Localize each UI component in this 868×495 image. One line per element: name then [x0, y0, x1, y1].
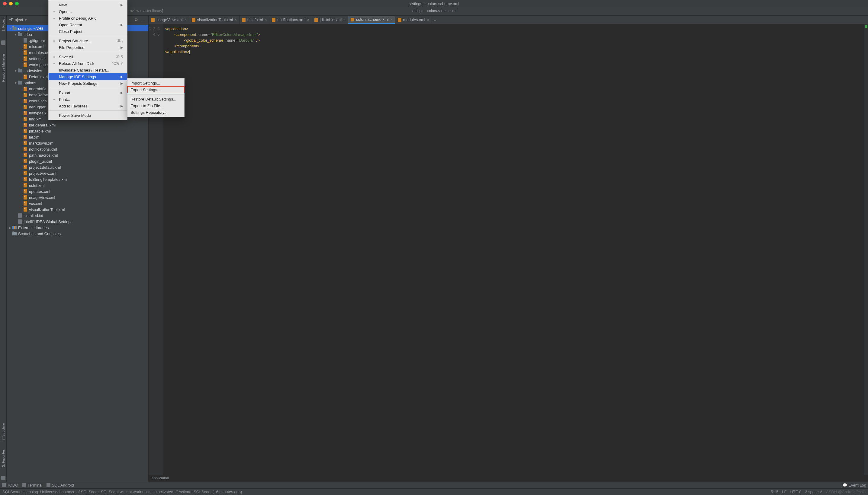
editor-code[interactable]: <application> <component name="EditorCol… [163, 24, 864, 475]
close-window-icon[interactable] [3, 2, 7, 5]
navigation-bar: aview-master.library] settings – colors.… [0, 7, 868, 16]
tree-node[interactable]: Scratches and Consoles [7, 231, 148, 237]
editor-tab[interactable]: usageView.xml× [149, 16, 189, 24]
close-tab-icon[interactable]: × [265, 18, 267, 22]
file-menu[interactable]: New▶▫Open...▫Profile or Debug APKOpen Re… [48, 0, 128, 120]
tree-node[interactable]: path.macros.xml [7, 152, 148, 158]
tree-node[interactable]: vcs.xml [7, 201, 148, 206]
build-variants-icon[interactable] [1, 476, 5, 480]
close-tab-icon[interactable]: × [390, 17, 393, 22]
close-tab-icon[interactable]: × [307, 18, 309, 22]
inspection-ok-icon [865, 25, 867, 28]
fullscreen-window-icon[interactable] [15, 2, 19, 5]
menu-item[interactable]: File Properties▶ [49, 44, 127, 51]
minimize-window-icon[interactable] [9, 2, 13, 5]
menu-item[interactable]: ▫Save All⌘ S [49, 53, 127, 60]
editor-tab[interactable]: visualizationTool.xml× [189, 16, 240, 24]
bottom-tool-strip: TODO Terminal SQL Android 💬 Event Log [0, 482, 868, 488]
line-separator[interactable]: LF [782, 490, 786, 494]
collapse-icon[interactable]: — [141, 17, 146, 22]
editor-breadcrumb[interactable]: application [149, 475, 868, 482]
tree-node[interactable]: ▶External Libraries [7, 225, 148, 231]
left-tool-strip: 1: Project Resource Manager 7: Structure… [0, 16, 7, 482]
editor-tab[interactable]: ui.lnf.xml× [239, 16, 269, 24]
bottom-tool-sql[interactable]: SQL Android [47, 483, 74, 488]
menu-item[interactable]: Invalidate Caches / Restart... [49, 67, 127, 73]
menu-item[interactable]: New▶ [49, 1, 127, 8]
menu-item[interactable]: ▫Reload All from Disk⌥⌘ Y [49, 60, 127, 67]
chevron-down-icon[interactable]: ▾ [25, 17, 27, 22]
menu-item[interactable]: Export to Zip File... [128, 102, 184, 109]
project-header-label: Project [11, 17, 23, 22]
tree-node[interactable]: project.default.xml [7, 164, 148, 170]
menu-item[interactable]: ▫Project Structure...⌘ ; [49, 37, 127, 44]
editor-tabs[interactable]: usageView.xml×visualizationTool.xml×ui.l… [149, 16, 868, 24]
menu-item[interactable]: New Projects Settings▶ [49, 80, 127, 87]
close-tab-icon[interactable]: × [184, 18, 186, 22]
breadcrumb-path: aview-master.library] [130, 9, 163, 13]
settings-icon[interactable]: ⚙ [134, 17, 139, 22]
tree-node[interactable]: toStringTemplates.xml [7, 176, 148, 182]
tool-project[interactable]: 1: Project [1, 17, 5, 31]
menu-item[interactable]: Import Settings... [128, 80, 184, 86]
menu-item[interactable]: Open Recent▶ [49, 21, 127, 28]
file-encoding[interactable]: UTF-8 [790, 490, 801, 494]
editor-tab[interactable]: notifications.xml× [269, 16, 312, 24]
menu-item[interactable]: Add to Favorites▶ [49, 103, 127, 109]
tree-node[interactable]: plugin_ui.xml [7, 158, 148, 164]
menu-item[interactable]: Power Save Mode [49, 112, 127, 119]
tree-node[interactable]: IntelliJ IDEA Global Settings [7, 219, 148, 225]
menu-item[interactable]: ▫Open... [49, 8, 127, 15]
menu-item[interactable]: Settings Repository... [128, 109, 184, 116]
bottom-tool-todo[interactable]: TODO [2, 483, 18, 488]
manage-ide-settings-submenu[interactable]: Import Settings...Export Settings...Rest… [127, 78, 185, 117]
status-bar: SQLScout Licensing: Unlicensed instance … [0, 488, 868, 495]
title-bar: settings – colors.scheme.xml [0, 0, 868, 7]
menu-item[interactable]: ▫Profile or Debug APK [49, 15, 127, 21]
close-tab-icon[interactable]: × [427, 18, 429, 22]
tree-node[interactable]: usageView.xml [7, 194, 148, 201]
tree-node[interactable]: visualizationTool.xml [7, 206, 148, 212]
status-message[interactable]: SQLScout Licensing: Unlicensed instance … [2, 490, 242, 494]
tree-node[interactable]: markdown.xml [7, 140, 148, 146]
indent-status[interactable]: 2 spaces* [805, 490, 822, 494]
menu-item[interactable]: Export Settings... [128, 86, 184, 93]
tree-node[interactable]: ui.lnf.xml [7, 182, 148, 188]
caret-position[interactable]: 5:15 [771, 490, 778, 494]
tabs-dropdown-icon[interactable]: ⌄ [432, 16, 438, 24]
editor-area: usageView.xml×visualizationTool.xml×ui.l… [149, 16, 868, 482]
editor-error-stripe [864, 24, 868, 475]
tree-node[interactable]: laf.xml [7, 134, 148, 140]
close-tab-icon[interactable]: × [235, 18, 237, 22]
menu-item[interactable]: Restore Default Settings... [128, 96, 184, 102]
close-tab-icon[interactable]: × [344, 18, 346, 22]
window-title: settings – colors.scheme.xml [409, 1, 460, 6]
tree-node[interactable]: jdk.table.xml [7, 128, 148, 134]
editor-tab[interactable]: colors.scheme.xml× [348, 16, 395, 24]
watermark: CSDN @AndroidOasis [826, 490, 866, 494]
editor-tab[interactable]: modules.xml× [395, 16, 432, 24]
menu-item[interactable]: Close Project [49, 28, 127, 35]
menu-item[interactable]: Export▶ [49, 89, 127, 96]
tool-resource-manager[interactable]: Resource Manager [1, 54, 5, 82]
navbar-tab-label[interactable]: settings – colors.scheme.xml [411, 9, 457, 13]
tree-node[interactable]: installed.txt [7, 212, 148, 219]
tool-structure[interactable]: 7: Structure [1, 423, 5, 440]
bottom-tool-terminal[interactable]: Terminal [22, 483, 42, 488]
tool-favorites[interactable]: 2: Favorites [1, 449, 5, 467]
tree-node[interactable]: updates.xml [7, 188, 148, 194]
event-log-button[interactable]: 💬 Event Log [842, 483, 866, 488]
tool-icon[interactable] [1, 40, 5, 45]
menu-item[interactable]: ▫Print... [49, 96, 127, 103]
tree-node[interactable]: projectView.xml [7, 170, 148, 176]
editor-tab[interactable]: jdk.table.xml× [312, 16, 348, 24]
tree-node[interactable]: notifications.xml [7, 146, 148, 152]
menu-item[interactable]: Manage IDE Settings▶ [49, 73, 127, 80]
tree-node[interactable]: ide.general.xml [7, 122, 148, 128]
